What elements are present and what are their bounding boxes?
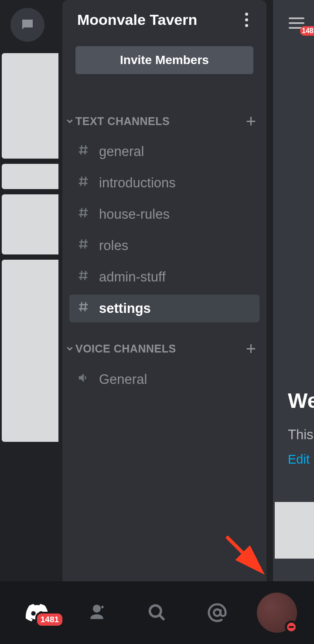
hash-icon <box>77 175 90 191</box>
channel-name: settings <box>99 301 151 316</box>
server-name: Moonvale Tavern <box>77 11 197 28</box>
channel-general[interactable]: general <box>69 138 259 166</box>
chat-bubble-icon <box>20 17 35 33</box>
category-label: VOICE CHANNELS <box>75 342 176 355</box>
text-channels-category[interactable]: TEXT CHANNELS + <box>62 87 266 134</box>
tab-mentions[interactable] <box>195 591 239 634</box>
add-voice-channel-icon[interactable]: + <box>246 340 256 357</box>
channel-house-rules[interactable]: house-rules <box>69 200 259 228</box>
channel-name: house-rules <box>99 207 170 222</box>
chevron-down-icon <box>67 346 73 352</box>
hash-icon <box>77 207 90 222</box>
tab-search[interactable] <box>135 591 179 634</box>
notification-badge: 1481 <box>300 26 314 36</box>
welcome-subtext: This <box>288 427 314 443</box>
tab-home[interactable]: 1481 <box>15 591 59 634</box>
server-icon[interactable] <box>2 194 58 254</box>
voice-channels-category[interactable]: VOICE CHANNELS + <box>62 326 266 362</box>
tab-friends[interactable] <box>75 591 119 634</box>
status-dnd-icon <box>285 620 298 634</box>
server-rail <box>0 0 61 581</box>
category-label: TEXT CHANNELS <box>75 115 170 128</box>
voice-channel-general[interactable]: General <box>69 365 259 394</box>
channel-admin-stuff[interactable]: admin-stuff <box>69 263 259 291</box>
welcome-heading: We <box>288 389 314 413</box>
message-input-peek[interactable] <box>275 502 314 559</box>
bottom-tab-bar: 1481 <box>0 581 314 644</box>
server-icon[interactable] <box>2 260 58 442</box>
user-avatar <box>257 593 297 633</box>
channel-name: general <box>99 144 144 159</box>
chevron-down-icon <box>67 118 73 124</box>
channel-name: General <box>99 372 147 387</box>
direct-messages-button[interactable] <box>10 8 44 42</box>
channel-content-peek: 1481 We This Edit <box>273 0 314 581</box>
svg-point-0 <box>150 606 161 617</box>
channel-name: introductions <box>99 175 176 191</box>
edit-channel-link[interactable]: Edit <box>288 452 310 467</box>
add-text-channel-icon[interactable]: + <box>246 112 256 130</box>
hash-icon <box>77 269 90 285</box>
channel-name: roles <box>99 238 128 254</box>
speaker-icon <box>77 371 90 388</box>
hash-icon <box>77 238 90 254</box>
channel-name: admin-stuff <box>99 269 166 285</box>
channel-sidebar: Moonvale Tavern Invite Members TEXT CHAN… <box>62 0 266 581</box>
channel-settings[interactable]: settings <box>69 295 259 322</box>
channel-introductions[interactable]: introductions <box>69 169 259 197</box>
notification-badge: 1481 <box>35 612 64 627</box>
hash-icon <box>77 301 90 316</box>
channel-roles[interactable]: roles <box>69 232 259 260</box>
invite-members-button[interactable]: Invite Members <box>75 46 253 74</box>
server-icon[interactable] <box>2 53 58 159</box>
tab-profile[interactable] <box>255 591 299 634</box>
friends-icon <box>87 603 106 622</box>
server-menu-icon[interactable] <box>239 10 253 29</box>
server-icon[interactable] <box>2 164 58 189</box>
at-icon <box>207 603 227 623</box>
search-icon <box>147 603 167 622</box>
server-header[interactable]: Moonvale Tavern <box>62 0 266 37</box>
hash-icon <box>77 144 90 159</box>
